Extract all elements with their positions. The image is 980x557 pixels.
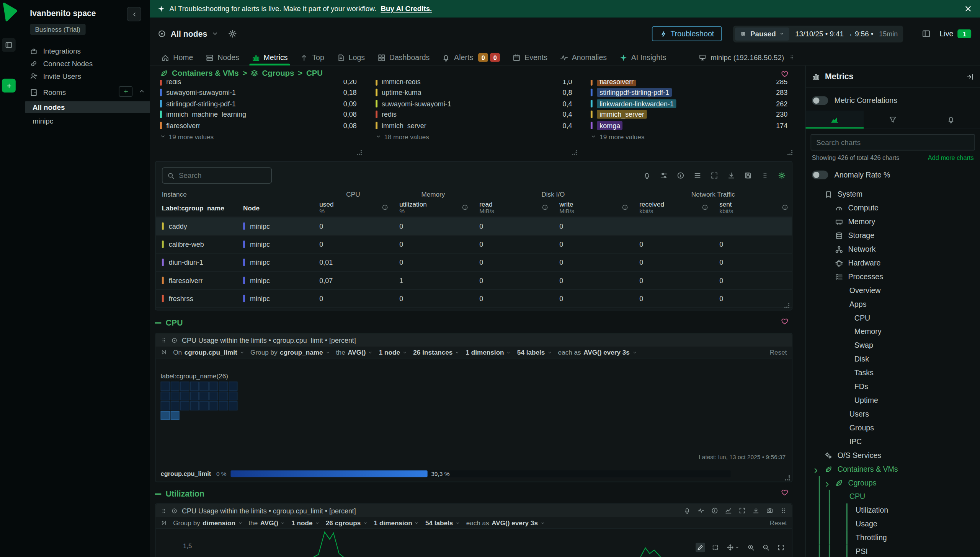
heatmap-cell[interactable]: [170, 382, 180, 391]
heatmap-cell[interactable]: [229, 382, 238, 391]
charts-search-input[interactable]: [816, 138, 969, 146]
sliders-icon[interactable]: [660, 172, 668, 179]
search-input[interactable]: [179, 172, 266, 179]
column-header-utilization[interactable]: utilization%: [393, 199, 473, 217]
metrics-tree-item[interactable]: Overview: [805, 283, 980, 297]
heatmap-cell[interactable]: [199, 401, 209, 410]
gear-icon[interactable]: [778, 172, 786, 179]
legend-row[interactable]: suwayomi-suwayomi-1 0,4: [376, 98, 578, 109]
rooms-section-header[interactable]: Rooms: [0, 86, 150, 99]
info-icon[interactable]: [622, 204, 628, 210]
metrics-tree-item[interactable]: O/S Services: [805, 448, 980, 462]
legend-row[interactable]: linkwarden-linkwarden-1 262: [591, 98, 794, 109]
collapse-filters-icon[interactable]: [161, 520, 167, 526]
legend-row[interactable]: komga 174: [591, 120, 794, 131]
download-icon[interactable]: [727, 172, 735, 179]
metrics-tree-item[interactable]: Users: [805, 407, 980, 421]
chart-filter[interactable]: 1 dimension: [466, 349, 511, 356]
plan-badge[interactable]: Business (Trial): [30, 24, 85, 35]
expand-icon[interactable]: [710, 172, 718, 179]
drag-handle-icon[interactable]: [161, 337, 167, 343]
save-icon[interactable]: [744, 172, 752, 179]
metrics-tree-item[interactable]: Groups: [805, 421, 980, 435]
anomaly-rate-toggle[interactable]: [812, 171, 828, 179]
column-header-label[interactable]: Label:cgroup_name: [156, 199, 237, 217]
metrics-tree-item[interactable]: Network: [805, 242, 980, 256]
buy-ai-credits-link[interactable]: Buy AI Credits.: [381, 5, 432, 13]
resize-handle[interactable]: [787, 150, 792, 155]
drag-handle-icon[interactable]: [161, 508, 167, 514]
more-values[interactable]: 18 more values: [376, 132, 578, 142]
tab[interactable]: Home: [155, 50, 199, 65]
chart-filter[interactable]: 1 node: [379, 349, 407, 356]
legend-row[interactable]: flaresolverr 285: [591, 80, 794, 87]
metrics-tree-item[interactable]: CPU: [805, 490, 980, 503]
heatmap-cell[interactable]: [161, 382, 170, 391]
add-more-charts-link[interactable]: Add more charts: [928, 154, 974, 161]
metrics-tree-item[interactable]: Memory: [805, 215, 980, 229]
chart-line-icon[interactable]: [725, 507, 732, 514]
tab[interactable]: Top: [294, 50, 330, 65]
tab[interactable]: Nodes: [199, 50, 245, 65]
tab[interactable]: Metrics: [245, 50, 294, 65]
metrics-tree-item[interactable]: PSI: [805, 545, 980, 557]
table-row[interactable]: flaresolverr minipc 0,07 1 0 0 0 0: [156, 272, 792, 290]
sidebar-tab[interactable]: [805, 111, 864, 129]
charts-search[interactable]: [811, 134, 975, 150]
grip-icon[interactable]: [780, 507, 787, 514]
sidebar-nav-item[interactable]: Connect Nodes: [0, 57, 150, 70]
metrics-tree-item[interactable]: IPC: [805, 435, 980, 448]
chart-filter[interactable]: Group by dimension: [173, 519, 242, 527]
bell-icon[interactable]: [684, 507, 691, 514]
chart-filter[interactable]: the AVG(): [248, 519, 285, 527]
tab[interactable]: Events: [506, 50, 554, 65]
metrics-tree-item[interactable]: Hardware: [805, 256, 980, 270]
metrics-tree-item[interactable]: Cgroups: [805, 476, 980, 490]
grip-icon[interactable]: [789, 54, 795, 60]
chart-tool[interactable]: [710, 543, 720, 552]
heatmap-cell[interactable]: [199, 382, 209, 391]
metrics-tree-item[interactable]: Usage: [805, 517, 980, 531]
tab[interactable]: Anomalies: [554, 50, 613, 65]
legend-row[interactable]: stirlingpdf-stirling-pdf-1 0,09: [160, 98, 363, 109]
table-search[interactable]: [162, 168, 272, 184]
room-item[interactable]: minipc: [25, 115, 150, 127]
legend-row[interactable]: immich_server 230: [591, 109, 794, 120]
chart-filter[interactable]: each as AVG() every 3s: [466, 519, 545, 527]
collapse-filters-icon[interactable]: [161, 349, 167, 355]
metrics-tree-item[interactable]: Uptime: [805, 394, 980, 407]
heatmap-cell[interactable]: [199, 391, 209, 401]
bell-icon[interactable]: [643, 172, 651, 179]
table-row[interactable]: freshrss minipc 0 0 0 0 0 0: [156, 290, 792, 308]
expand-icon[interactable]: [739, 507, 746, 514]
metrics-tree-item[interactable]: Processes: [805, 270, 980, 283]
column-header-sent[interactable]: sentkbit/s: [713, 199, 792, 217]
tab[interactable]: Dashboards: [371, 50, 436, 65]
metric-correlations-toggle[interactable]: [812, 96, 828, 105]
table-row[interactable]: diun-diun-1 minipc 0,01 0 0 0 0 0: [156, 254, 792, 272]
chart-tool[interactable]: [746, 543, 755, 552]
sidebar-nav-item[interactable]: Integrations: [0, 45, 150, 58]
list-icon[interactable]: [694, 172, 701, 179]
favorite-heart-icon[interactable]: [781, 489, 789, 497]
heatmap-cell[interactable]: [209, 391, 218, 401]
chart-filter[interactable]: the AVG(): [336, 349, 373, 356]
heatmap-cell[interactable]: [229, 401, 238, 410]
heatmap-cell[interactable]: [219, 391, 228, 401]
sidebar-tab[interactable]: [864, 111, 922, 129]
chart-filter[interactable]: 54 labels: [425, 519, 460, 527]
legend-row[interactable]: redis 0,4: [376, 109, 578, 120]
info-icon[interactable]: [542, 204, 548, 210]
metrics-tree-item[interactable]: System: [805, 187, 980, 201]
chart-filter[interactable]: On cgroup.cpu_limit: [173, 349, 244, 356]
more-values[interactable]: 19 more values: [591, 132, 794, 142]
banner-close-icon[interactable]: [964, 4, 973, 13]
metrics-tree-item[interactable]: Swap: [805, 339, 980, 352]
node-selector[interactable]: All nodes: [157, 29, 218, 38]
chart-filter[interactable]: 54 labels: [517, 349, 552, 356]
legend-row[interactable]: redis 0,20: [160, 80, 363, 87]
resize-handle[interactable]: [357, 150, 362, 155]
column-header-write[interactable]: writeMiB/s: [553, 199, 633, 217]
resize-handle[interactable]: [572, 150, 577, 155]
sidebar-collapse-button[interactable]: [127, 7, 141, 21]
